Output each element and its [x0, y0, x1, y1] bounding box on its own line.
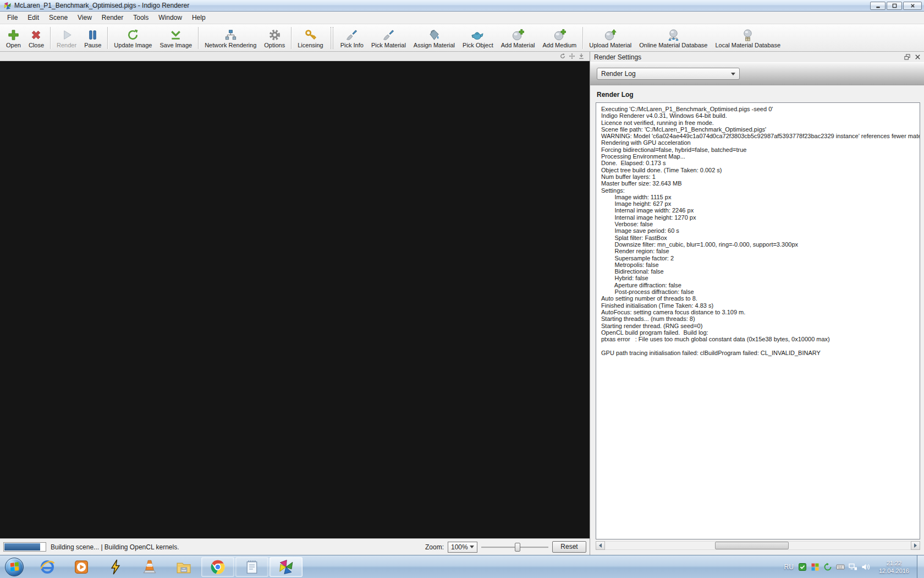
pan-icon[interactable] — [569, 53, 575, 59]
online-material-database-button[interactable]: Online Material Database — [635, 28, 711, 49]
panel-close-button[interactable] — [914, 53, 922, 61]
pause-button[interactable]: Pause — [80, 28, 105, 49]
zoom-slider-thumb[interactable] — [515, 543, 520, 552]
notepad-icon — [244, 559, 260, 575]
brush-icon — [382, 29, 395, 41]
menu-help[interactable]: Help — [187, 12, 211, 23]
menu-file[interactable]: File — [2, 12, 23, 23]
zoom-slider[interactable] — [481, 542, 548, 553]
clock[interactable]: 21:22 12.04.2016 — [879, 559, 909, 575]
menu-scene[interactable]: Scene — [44, 12, 73, 23]
tray-network-icon[interactable] — [849, 563, 857, 571]
tray-keyboard-icon[interactable] — [836, 563, 845, 571]
log-line: Num buffer layers: 1 — [601, 173, 920, 180]
zoom-label: Zoom: — [425, 543, 444, 551]
upload-material-button[interactable]: Upload Material — [585, 28, 635, 49]
gear-icon — [268, 29, 281, 41]
scroll-right-button[interactable] — [911, 541, 920, 550]
sphere-box-icon — [741, 29, 754, 41]
show-desktop-button[interactable] — [917, 555, 924, 578]
assign-material-button[interactable]: Assign Material — [410, 28, 459, 49]
render-settings-panel: Render Settings Render Log Render Log Ex — [590, 52, 924, 555]
render-log-output[interactable]: Executing 'C:/McLaren_P1_Benchmark_Optim… — [596, 102, 920, 539]
log-line: Forcing bidirectional=false, hybrid=fals… — [601, 146, 920, 153]
add-material-button[interactable]: Add Material — [497, 28, 539, 49]
scrollbar-thumb[interactable] — [715, 542, 788, 549]
toolbar-handle — [331, 27, 333, 49]
menu-tools[interactable]: Tools — [128, 12, 153, 23]
pick-object-button[interactable]: Pick Object — [459, 28, 497, 49]
media-player-icon — [73, 559, 90, 575]
chrome-icon — [210, 559, 226, 575]
log-line: Image height: 627 px — [601, 200, 920, 207]
close-button[interactable] — [903, 2, 922, 10]
zoom-select[interactable]: 100% — [448, 542, 477, 553]
toolbar-separator — [107, 27, 108, 49]
save-image-button[interactable]: Save Image — [156, 28, 196, 49]
tray-icons — [798, 563, 870, 571]
taskbar-file-manager-button[interactable] — [167, 556, 201, 578]
menu-render[interactable]: Render — [97, 12, 128, 23]
toolbar: OpenCloseRenderPauseUpdate ImageSave Ima… — [0, 24, 924, 52]
close-button[interactable]: Close — [25, 28, 48, 49]
fit-down-icon[interactable] — [578, 53, 585, 59]
reset-button[interactable]: Reset — [552, 541, 586, 553]
local-material-database-button[interactable]: Local Material Database — [711, 28, 784, 49]
toolbar-button-label: Local Material Database — [715, 42, 780, 48]
log-line: Executing 'C:/McLaren_P1_Benchmark_Optim… — [601, 106, 920, 112]
orbit-icon[interactable] — [559, 53, 566, 59]
panel-float-button[interactable] — [903, 53, 911, 61]
chevron-down-icon — [731, 73, 735, 75]
log-line: Image save period: 60 s — [601, 227, 920, 234]
taskbar-indigo-button[interactable] — [270, 557, 302, 577]
maximize-button[interactable] — [887, 2, 902, 10]
settings-page-value: Render Log — [601, 70, 636, 78]
tray-checkmark-icon[interactable] — [798, 563, 807, 571]
clock-time: 21:22 — [879, 559, 909, 567]
log-line: Master buffer size: 32.643 MB — [601, 180, 920, 187]
tray-colors-icon[interactable] — [811, 563, 820, 571]
log-line: Licence not verified, running in free mo… — [601, 119, 920, 126]
taskbar-winamp-button[interactable] — [98, 556, 133, 578]
pick-material-button[interactable]: Pick Material — [367, 28, 410, 49]
taskbar-chrome-button[interactable] — [201, 557, 234, 577]
toolbar-separator — [291, 27, 292, 49]
pick-info-button[interactable]: Pick Info — [337, 28, 367, 49]
log-line: OpenCL build program failed. Build log: — [601, 329, 920, 336]
settings-page-select[interactable]: Render Log — [597, 68, 740, 80]
tray-update-icon[interactable] — [823, 563, 832, 571]
internet-explorer-icon — [39, 559, 56, 575]
toolbar-button-label: Close — [29, 42, 44, 48]
log-line: Hybrid: false — [601, 275, 920, 281]
menu-window[interactable]: Window — [153, 12, 187, 23]
toolbar-button-label: Options — [264, 42, 285, 48]
taskbar-internet-explorer-button[interactable] — [30, 556, 64, 578]
pause-icon — [86, 29, 99, 41]
scroll-left-button[interactable] — [596, 541, 605, 550]
update-image-button[interactable]: Update Image — [110, 28, 156, 49]
menu-edit[interactable]: Edit — [23, 12, 44, 23]
toolbar-button-label: Render — [57, 42, 76, 48]
log-horizontal-scrollbar[interactable] — [596, 541, 920, 550]
toolbar-button-label: Add Material — [501, 42, 535, 48]
toolbar-button-label: Pause — [84, 42, 101, 48]
menu-bar: FileEditSceneViewRenderToolsWindowHelp — [0, 12, 924, 24]
licensing-button[interactable]: Licensing — [294, 28, 327, 49]
taskbar-notepad-button[interactable] — [235, 557, 268, 577]
minimize-button[interactable] — [870, 2, 886, 10]
log-line: ptxas error : File uses too much global … — [601, 336, 920, 342]
open-button[interactable]: Open — [2, 28, 25, 49]
window-controls — [870, 2, 922, 10]
network-rendering-button[interactable]: Network Rendering — [201, 28, 260, 49]
taskbar-media-player-button[interactable] — [64, 556, 98, 578]
menu-view[interactable]: View — [73, 12, 97, 23]
taskbar-vlc-button[interactable] — [133, 556, 167, 578]
add-medium-button[interactable]: Add Medium — [538, 28, 580, 49]
start-button[interactable] — [5, 558, 24, 576]
render-viewport[interactable] — [0, 61, 590, 538]
options-button[interactable]: Options — [260, 28, 289, 49]
language-indicator[interactable]: RU — [784, 563, 794, 571]
tray-volume-icon[interactable] — [861, 563, 870, 571]
toolbar-button-label: Pick Info — [340, 42, 364, 48]
scrollbar-track[interactable] — [605, 541, 911, 550]
